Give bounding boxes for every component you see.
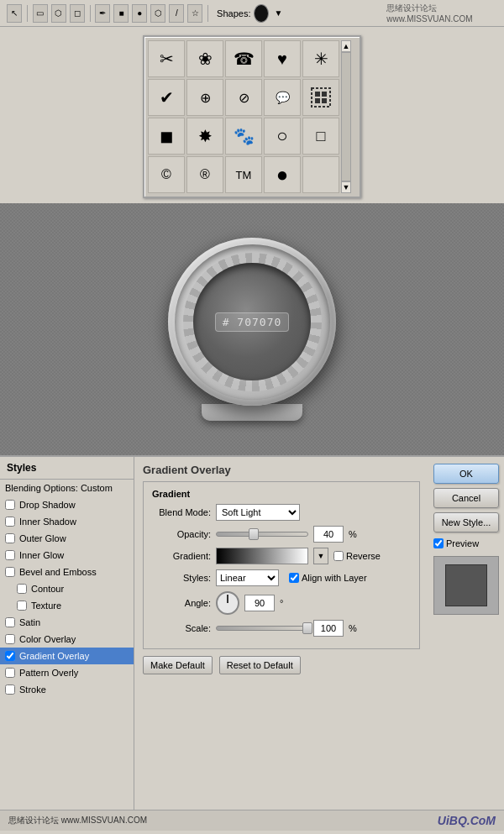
shape-cell[interactable]: 💬 bbox=[264, 79, 301, 116]
shape-cell[interactable]: 🐾 bbox=[225, 118, 262, 155]
shape-cell[interactable]: ⊕ bbox=[186, 79, 223, 116]
opacity-unit: % bbox=[349, 529, 357, 539]
reset-default-button[interactable]: Reset to Default bbox=[219, 656, 301, 674]
shape-tool[interactable]: ■ bbox=[113, 4, 129, 23]
sidebar-item-blending[interactable]: Blending Options: Custom bbox=[0, 480, 134, 496]
svg-rect-2 bbox=[322, 92, 327, 97]
knob-ring: # 707070 bbox=[175, 244, 330, 400]
stroke-check[interactable] bbox=[5, 685, 15, 695]
blend-mode-select[interactable]: Soft Light Normal Multiply Screen Overla… bbox=[216, 504, 300, 521]
sidebar-item-color-overlay[interactable]: Color Overlay bbox=[0, 631, 134, 648]
color-overlay-check[interactable] bbox=[5, 634, 15, 644]
shape-cell[interactable] bbox=[302, 79, 339, 116]
sidebar-item-inner-glow[interactable]: Inner Glow bbox=[0, 547, 134, 564]
shape-cell[interactable]: ○ bbox=[264, 118, 301, 155]
opacity-row: Opacity: % bbox=[152, 526, 411, 543]
make-default-button[interactable]: Make Default bbox=[143, 656, 213, 674]
shape-cell[interactable]: © bbox=[148, 156, 185, 193]
knob-serrated: # 707070 bbox=[183, 253, 322, 391]
shape-scrollbar[interactable]: ▲ ▼ bbox=[341, 40, 351, 193]
cancel-button[interactable]: Cancel bbox=[433, 488, 499, 508]
shape-cell[interactable]: ● bbox=[264, 156, 301, 193]
scroll-up-arrow[interactable]: ▲ bbox=[341, 40, 351, 52]
shape-cell[interactable]: ❀ bbox=[186, 40, 223, 77]
shapes-dropdown-arrow[interactable]: ▼ bbox=[274, 8, 282, 18]
sidebar-item-stroke[interactable]: Stroke bbox=[0, 681, 134, 698]
styles-row: Styles: Linear Radial Angle Reflected Di… bbox=[152, 569, 411, 586]
preview-check[interactable] bbox=[433, 538, 444, 548]
new-style-button[interactable]: New Style... bbox=[433, 512, 499, 532]
sidebar-item-pattern-overlay[interactable]: Pattern Overly bbox=[0, 664, 134, 681]
pattern-overlay-label: Pattern Overly bbox=[19, 668, 78, 678]
knob-container: # 707070 bbox=[160, 228, 344, 430]
angle-input[interactable] bbox=[244, 595, 275, 611]
scroll-down-arrow[interactable]: ▼ bbox=[341, 181, 351, 193]
magic-wand-tool[interactable]: ◻ bbox=[70, 4, 85, 23]
bottom-bar: 思绪设计论坛 www.MISSVUAN.COM UiBQ.CoM bbox=[0, 810, 504, 831]
shape-cell[interactable] bbox=[302, 156, 339, 193]
ok-button[interactable]: OK bbox=[433, 464, 499, 484]
shape-cell[interactable]: ✳ bbox=[302, 40, 339, 77]
sidebar-item-outer-glow[interactable]: Outer Glow bbox=[0, 530, 134, 547]
reverse-check[interactable] bbox=[333, 551, 344, 561]
inner-shadow-check[interactable] bbox=[5, 517, 15, 527]
line-tool[interactable]: / bbox=[169, 4, 184, 23]
outer-glow-check[interactable] bbox=[5, 533, 15, 543]
shape-cell[interactable]: ◼ bbox=[148, 118, 185, 155]
scale-input[interactable] bbox=[313, 620, 344, 637]
shape-cell[interactable]: TM bbox=[225, 156, 262, 193]
arrow-tool[interactable]: ↖ bbox=[7, 4, 22, 23]
align-layer-check[interactable] bbox=[289, 573, 299, 583]
scale-label: Scale: bbox=[152, 623, 211, 633]
polygon-tool[interactable]: ⬡ bbox=[150, 4, 165, 23]
opacity-label: Opacity: bbox=[152, 529, 211, 539]
gradient-dropdown-btn[interactable]: ▼ bbox=[313, 548, 328, 564]
shape-cell[interactable]: ✸ bbox=[186, 118, 223, 155]
blend-mode-row: Blend Mode: Soft Light Normal Multiply S… bbox=[152, 504, 411, 521]
shape-cell[interactable]: ⊘ bbox=[225, 79, 262, 116]
sidebar-item-inner-shadow[interactable]: Inner Shadow bbox=[0, 513, 134, 530]
ellipse-tool[interactable]: ● bbox=[132, 4, 147, 23]
sidebar-item-drop-shadow[interactable]: Drop Shadow bbox=[0, 496, 134, 513]
gradient-overlay-check[interactable] bbox=[5, 651, 15, 661]
sidebar-item-satin[interactable]: Satin bbox=[0, 614, 134, 631]
pattern-overlay-check[interactable] bbox=[5, 668, 15, 678]
shape-cell[interactable]: ☎ bbox=[225, 40, 262, 77]
sidebar-item-bevel-emboss[interactable]: Bevel and Emboss bbox=[0, 564, 134, 580]
satin-check[interactable] bbox=[5, 617, 15, 627]
custom-shape-tool[interactable]: ☆ bbox=[187, 4, 202, 23]
shape-cell[interactable]: □ bbox=[302, 118, 339, 155]
opacity-thumb[interactable] bbox=[249, 528, 259, 540]
drop-shadow-check[interactable] bbox=[5, 500, 15, 510]
separator bbox=[27, 5, 28, 22]
sidebar-item-texture[interactable]: Texture bbox=[0, 597, 134, 614]
texture-check[interactable] bbox=[17, 601, 27, 611]
bottom-buttons: Make Default Reset to Default bbox=[143, 656, 420, 674]
inner-glow-check[interactable] bbox=[5, 550, 15, 560]
shape-cell[interactable]: ♥ bbox=[264, 40, 301, 77]
separator2 bbox=[90, 5, 91, 22]
align-layer-text: Align with Layer bbox=[302, 573, 367, 583]
pen-tool[interactable]: ✒ bbox=[95, 4, 110, 23]
shape-cell[interactable]: ✂ bbox=[148, 40, 185, 77]
scale-unit: % bbox=[349, 623, 357, 633]
shape-picker-wrap: ✂ ❀ ☎ ♥ ✳ ✔ ⊕ ⊘ 💬 ◼ ✸ 🐾 ○ □ © ® TM bbox=[0, 27, 504, 203]
opacity-slider[interactable] bbox=[216, 532, 308, 537]
rect-select-tool[interactable]: ▭ bbox=[33, 4, 48, 23]
scale-thumb[interactable] bbox=[302, 622, 312, 634]
opacity-input[interactable] bbox=[313, 526, 344, 543]
knob-base bbox=[202, 404, 302, 421]
sidebar-item-contour[interactable]: Contour bbox=[0, 580, 134, 597]
knob-inner: # 707070 bbox=[193, 263, 311, 380]
gradient-preview[interactable] bbox=[216, 548, 308, 564]
styles-select[interactable]: Linear Radial Angle Reflected Diamond bbox=[216, 569, 279, 586]
scale-slider[interactable] bbox=[216, 626, 308, 631]
shape-cell[interactable]: ✔ bbox=[148, 79, 185, 116]
angle-dial[interactable] bbox=[216, 591, 239, 615]
bevel-emboss-check[interactable] bbox=[5, 567, 15, 577]
contour-check[interactable] bbox=[17, 584, 27, 594]
shapes-swatch[interactable] bbox=[254, 4, 269, 23]
lasso-tool[interactable]: ⬡ bbox=[51, 4, 66, 23]
shape-cell[interactable]: ® bbox=[186, 156, 223, 193]
sidebar-item-gradient-overlay[interactable]: Gradient Overlay bbox=[0, 648, 134, 664]
